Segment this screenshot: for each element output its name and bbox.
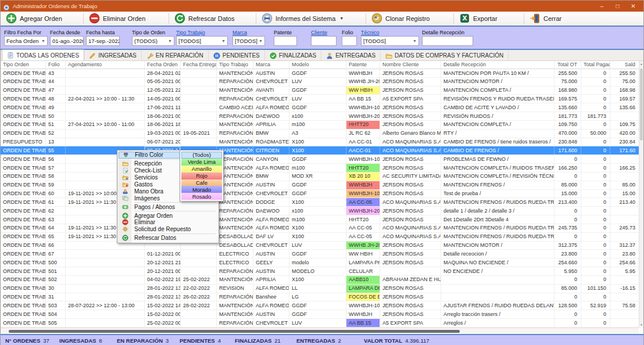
cell-patente: AA CC-01 xyxy=(346,138,380,146)
table-row[interactable]: ORDEN DE TRABAJO63MANTENCIÓNALFA ROMEOm1… xyxy=(1,215,640,224)
tab-pendientes[interactable]: PENDIENTES xyxy=(209,51,265,60)
table-row[interactable]: ORDEN DE TRABAJO3028-01-2022 13:2422-02-… xyxy=(1,285,640,293)
menu-item-agregar-orden[interactable]: Agregar Orden xyxy=(119,212,217,219)
table-row[interactable]: ORDEN DE TRABAJO6701-12-2021 00:00ELECTR… xyxy=(1,250,640,258)
eliminar-orden-button[interactable]: Eliminar Orden xyxy=(84,12,169,25)
table-row[interactable]: ORDEN DE TRABAJO6119-11-2021 >> 11:30 - … xyxy=(1,198,640,207)
tab-todas-las-ordenes[interactable]: TODAS LAS ORDENES xyxy=(2,49,84,60)
table-row[interactable]: ORDEN DE TRABAJO4712-05-2021 22:57MANTEN… xyxy=(1,87,640,95)
cell-agenda xyxy=(66,267,145,275)
color-filter-option-amarillo[interactable]: Amarillo xyxy=(181,166,222,172)
column-header-pagado[interactable]: Total Pagado xyxy=(581,61,610,69)
table-row[interactable]: ORDEN DE TRABAJO58MANTENCIÓNBMWMOD XRXB … xyxy=(1,172,640,181)
table-row[interactable]: ORDEN DE TRABAJO4405-05-2021 00:00REPARA… xyxy=(1,78,640,87)
tab-ingresadas[interactable]: INGRESADAS xyxy=(84,51,142,60)
close-button[interactable]: ✕ xyxy=(625,1,641,12)
table-row[interactable]: ORDEN DE TRABAJO50204-02-2022 19:5625-02… xyxy=(1,276,640,285)
column-header-trabajo[interactable]: Tipo Trabajo xyxy=(217,61,253,69)
column-header-fentrega[interactable]: Fecha Entrega xyxy=(181,61,217,69)
fecha-desde-datepicker[interactable]: 01-ago.-2020▼ xyxy=(50,36,84,46)
column-header-cliente[interactable]: Nombre Cliente xyxy=(380,61,441,69)
column-header-agenda[interactable]: Agendamiento xyxy=(66,61,145,69)
patente-input[interactable] xyxy=(274,36,297,46)
marca-select[interactable]: [TODOS]▼ xyxy=(232,36,265,46)
tipo-trabajo-select[interactable]: [TODOS]▼ xyxy=(176,36,228,46)
color-filter-option-rosado[interactable]: Rosado xyxy=(181,193,222,200)
filtro-fecha-por-select[interactable]: Fecha Orden▼ xyxy=(4,36,48,46)
tab-datos-de-compras-y-facturacion[interactable]: DATOS DE COMPRAS Y FACTURACIÓN xyxy=(381,51,509,60)
maximize-button[interactable]: □ xyxy=(610,1,625,12)
detalle-recepcion-input[interactable] xyxy=(422,36,473,46)
cerrar-button[interactable]: Cerrar xyxy=(524,12,573,25)
scroll-down-icon[interactable]: ▼ xyxy=(639,323,643,326)
cliente-input[interactable] xyxy=(311,36,337,46)
column-header-patente[interactable]: Patente xyxy=(346,61,380,69)
table-row[interactable]: ORDEN DE TRABAJO62REPARACIÓNDAEWOOx100WW… xyxy=(1,207,640,215)
table-row[interactable]: ORDEN DE TRABAJO3128-01-2022 13:4626-02-… xyxy=(1,293,640,302)
table-row[interactable]: ORDEN DE TRABAJO50120-12-2021 00:00REPAR… xyxy=(1,267,640,276)
color-filter-option-rojo[interactable]: Rojo xyxy=(181,172,222,179)
informes-del-sistema-button[interactable]: Informes del Sistema▼ xyxy=(256,12,366,25)
horizontal-scrollbar[interactable] xyxy=(1,328,639,334)
tab-finalizadas[interactable]: FINALIZADAS xyxy=(265,51,321,60)
refrescar-datos-button[interactable]: Refrescar Datos xyxy=(169,12,256,25)
agregar-orden-button[interactable]: Agregar Orden xyxy=(1,12,83,25)
cliente-label[interactable]: Cliente xyxy=(311,30,337,36)
marca-label[interactable]: Marca xyxy=(232,30,265,36)
table-row[interactable]: ORDEN DE TRABAJO4822-04-2021 >> 10:00 - … xyxy=(1,95,640,103)
exportar-button[interactable]: XExportar xyxy=(454,12,524,25)
table-row[interactable]: ORDEN DE TRABAJO5018-06-2021 00:00REPARA… xyxy=(1,112,640,121)
cell-trabajo: MANTENCIÓN xyxy=(217,224,253,232)
table-row[interactable]: ORDEN DE TRABAJO57MANTENCIÓNALFA ROMEOm1… xyxy=(1,164,640,172)
table-row[interactable]: ORDEN DE TRABAJO5127-04-2021 >> 10:00 - … xyxy=(1,121,640,130)
scroll-up-icon[interactable]: ▲ xyxy=(639,62,643,66)
column-header-modelo[interactable]: Modelo xyxy=(289,61,346,69)
table-row[interactable]: ORDEN DE TRABAJO4917-06-2021 11:14CAMBIO… xyxy=(1,103,640,112)
column-header-tipo[interactable]: Tipo Orden xyxy=(1,61,46,69)
column-header-detalle[interactable]: Detalle Recepción xyxy=(441,61,554,69)
column-header-marca[interactable]: Marca xyxy=(253,61,289,69)
cell-marca: ALFA ROMEO xyxy=(253,215,289,224)
fecha-hasta-datepicker[interactable]: 17-sep.-2022▼ xyxy=(86,36,120,46)
vertical-scrollbar[interactable]: ▲ ▼ xyxy=(639,61,643,328)
menu-item-refrescar-datos[interactable]: Refrescar Datos xyxy=(119,235,217,242)
menu-item-eliminar[interactable]: Eliminar xyxy=(119,219,217,226)
horizontal-scrollbar-thumb[interactable] xyxy=(9,330,460,333)
table-row[interactable]: ORDEN DE TRABAJO50328-07-2022 >> 12:00 -… xyxy=(1,301,640,310)
column-header-folio[interactable]: Folio xyxy=(46,61,66,69)
table-row[interactable]: PRESUPUESTO1306-07-2021 20:32MANTENCIÓNR… xyxy=(1,138,640,147)
minimize-button[interactable]: – xyxy=(594,1,610,12)
tipo-de-orden-select[interactable]: (TODOS)▼ xyxy=(132,36,174,46)
color-filter-option-morado[interactable]: Morado xyxy=(181,186,222,193)
table-row[interactable]: ORDEN DE TRABAJO59MANTENCIÓNAUSTINGGDFWW… xyxy=(1,181,640,190)
folio-input[interactable] xyxy=(342,36,357,46)
table-row[interactable]: ORDEN DE TRABAJO4328-04-2021 02:51MANTEN… xyxy=(1,69,640,78)
cell-tipo: ORDEN DE TRABAJO xyxy=(1,69,46,77)
table-row[interactable]: ORDEN DE TRABAJO50415-02-2022 00:00MANTE… xyxy=(1,310,640,319)
color-filter-option-todos[interactable]: (Todos) xyxy=(181,152,222,159)
table-row[interactable]: ORDEN DE TRABAJO56REPARACIÓNCANYONGGDFWW… xyxy=(1,155,640,164)
tecnico-label[interactable]: Técnico xyxy=(361,30,419,36)
tab-entregadas[interactable]: ENTREGADAS xyxy=(321,51,381,60)
table-row[interactable]: ORDEN DE TRABAJO50525-02-2022 00:00REPAR… xyxy=(1,319,640,328)
table-row[interactable]: ORDEN DE TRABAJO50020-12-2021 21:19ELECT… xyxy=(1,258,640,267)
table-row[interactable]: ORDEN DE TRABAJO66DESABOLLADURA Y PI...C… xyxy=(1,242,640,250)
color-filter-option-cafe[interactable]: Cafe xyxy=(181,179,222,186)
cell-fentrega xyxy=(181,250,217,258)
tab-en-reparacion[interactable]: EN REPARACIÓN xyxy=(142,51,209,60)
clonar-registro-button[interactable]: Clonar Registro xyxy=(366,12,453,25)
menu-item-pagos-abonos[interactable]: Pagos / Abonos xyxy=(119,203,217,210)
column-header-forden[interactable]: Fecha Orden xyxy=(145,61,181,69)
column-header-saldo[interactable]: Sald xyxy=(610,61,639,69)
tipo-trabajo-label[interactable]: Tipo Trabajo xyxy=(176,30,228,36)
tecnico-select[interactable]: [TODOS]▼ xyxy=(361,36,419,46)
vertical-scrollbar-thumb[interactable] xyxy=(640,69,643,141)
color-filter-option-verde-lima[interactable]: Verde Lima xyxy=(181,159,222,166)
table-row[interactable]: ORDEN DE TRABAJO5219-03-2021 00:0019-05-… xyxy=(1,130,640,138)
menu-item-solicitud-de-repuesto[interactable]: Solicitud de Repuesto xyxy=(119,226,217,233)
table-row-selected[interactable]: ORDEN DE TRABAJO5509-07-2021 14:14MANTEN… xyxy=(1,146,640,155)
table-row[interactable]: ORDEN DE TRABAJO6519-11-2021 >> 11:30 - … xyxy=(1,233,640,242)
table-row[interactable]: ORDEN DE TRABAJO6019-11-2021 >> 10:00 - … xyxy=(1,190,640,199)
table-row[interactable]: ORDEN DE TRABAJO6419-11-2021 >> 11:30 - … xyxy=(1,224,640,233)
column-header-total[interactable]: Total OT xyxy=(554,61,581,69)
